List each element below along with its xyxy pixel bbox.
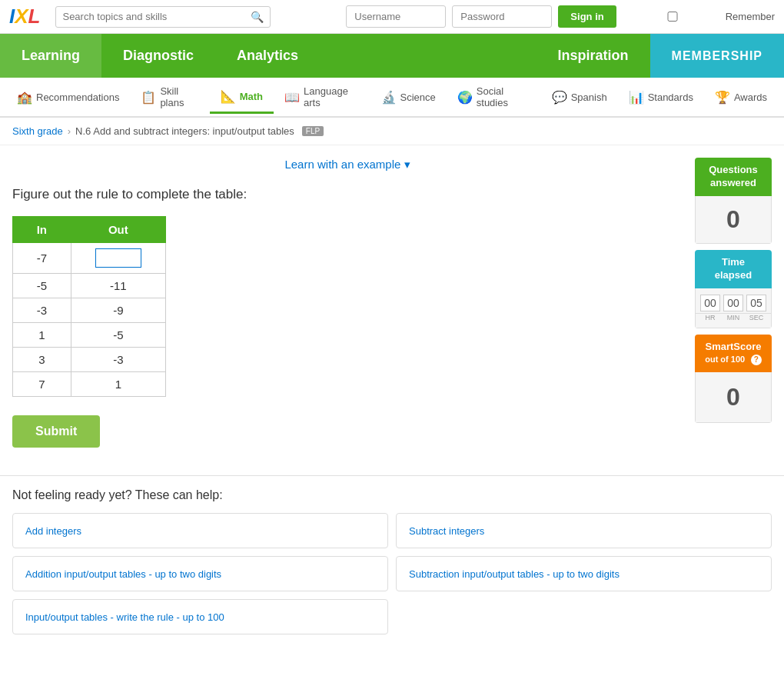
col-out-header: Out [71, 217, 165, 243]
time-elapsed-header: Timeelapsed [695, 250, 772, 288]
help-section: Not feeling ready yet? These can help: A… [0, 475, 784, 647]
table-cell-out: -11 [71, 274, 165, 298]
help-link-subtract-integers[interactable]: Subtract integers [409, 525, 484, 537]
subnav-science-label: Science [400, 92, 436, 103]
smart-score-card: SmartScore out of 100 ? 0 [695, 335, 772, 424]
smart-score-sub: out of 100 [705, 355, 745, 364]
main-content: Learn with an example ▾ Figure out the r… [12, 158, 683, 448]
chevron-down-icon: ▾ [404, 158, 410, 171]
table-cell-out: -5 [71, 323, 165, 348]
answer-input[interactable] [95, 248, 141, 268]
help-link-write-rule[interactable]: Input/output tables - write the rule - u… [25, 611, 224, 623]
table-cell-in: -5 [13, 274, 71, 298]
remember-checkbox[interactable] [623, 12, 723, 22]
timer-hr-value: 00 [700, 295, 720, 311]
skill-plans-icon: 📋 [141, 90, 156, 105]
subnav-recommendations-label: Recommendations [36, 92, 119, 103]
timer-hr: 00 [700, 295, 720, 311]
table-cell-out: 1 [71, 372, 165, 397]
help-link-subtraction-tables[interactable]: Subtraction input/output tables - up to … [409, 568, 620, 580]
subnav-spanish[interactable]: 💬 Spanish [541, 82, 618, 114]
learn-example[interactable]: Learn with an example ▾ [12, 158, 683, 171]
help-card-write-rule: Input/output tables - write the rule - u… [12, 599, 388, 634]
subnav-awards-label: Awards [734, 92, 767, 103]
subnav-science[interactable]: 🔬 Science [370, 82, 447, 114]
table-cell-in: 7 [13, 372, 71, 397]
io-table: In Out -7-5-11-3-91-53-371 [12, 216, 166, 397]
help-grid: Add integers Subtract integers Addition … [12, 513, 772, 634]
remember-label[interactable]: Remember [623, 11, 775, 22]
table-row: 3-3 [13, 348, 166, 372]
subnav-recommendations[interactable]: 🏫 Recommendations [6, 82, 130, 114]
learn-example-text: Learn with an example [284, 158, 400, 171]
smart-score-header: SmartScore out of 100 ? [695, 335, 772, 373]
timer-min-value: 00 [723, 295, 743, 311]
nav-inspiration[interactable]: Inspiration [537, 34, 650, 78]
nav-analytics[interactable]: Analytics [215, 34, 320, 78]
subnav-awards[interactable]: 🏆 Awards [704, 82, 778, 114]
help-link-addition-tables[interactable]: Addition input/output tables - up to two… [25, 568, 221, 580]
table-row: -3-9 [13, 298, 166, 323]
table-cell-in: -7 [13, 243, 71, 274]
subnav-language-arts-label: Language arts [304, 85, 359, 108]
social-studies-icon: 🌍 [457, 90, 473, 105]
subnav-math[interactable]: 📐 Math [210, 82, 274, 114]
help-title: Not feeling ready yet? These can help: [12, 488, 772, 502]
top-bar-right: Sign in Remember [346, 5, 775, 28]
breadcrumb-grade[interactable]: Sixth grade [12, 125, 63, 137]
nav-learning[interactable]: Learning [0, 34, 101, 78]
breadcrumb: Sixth grade › N.6 Add and subtract integ… [0, 118, 784, 145]
table-cell-in: 1 [13, 323, 71, 348]
subnav-standards-label: Standards [648, 92, 693, 103]
smart-score-value: 0 [695, 372, 772, 423]
timer-labels: HR MIN SEC [695, 314, 772, 328]
table-cell-in: 3 [13, 348, 71, 372]
logo-l: L [28, 5, 41, 28]
search-input[interactable] [62, 11, 246, 22]
help-card-subtract-integers: Subtract integers [396, 513, 772, 548]
logo[interactable]: IXL [9, 5, 40, 28]
subnav-language-arts[interactable]: 📖 Language arts [274, 78, 370, 118]
password-input[interactable] [452, 5, 552, 28]
table-cell-out[interactable] [71, 243, 165, 274]
sec-label: SEC [746, 314, 766, 321]
table-cell-in: -3 [13, 298, 71, 323]
table-row: 71 [13, 372, 166, 397]
timer-sec-value: 05 [746, 295, 766, 311]
search-icon: 🔍 [251, 11, 264, 23]
questions-answered-card: Questionsanswered 0 [695, 158, 772, 244]
subnav-skill-plans-label: Skill plans [160, 85, 198, 108]
help-card-add-integers: Add integers [12, 513, 388, 548]
question-text: Figure out the rule to complete the tabl… [12, 187, 683, 202]
help-card-subtraction-tables: Subtraction input/output tables - up to … [396, 556, 772, 591]
submit-button[interactable]: Submit [12, 415, 100, 448]
hr-label: HR [700, 314, 720, 321]
timer-sec: 05 [746, 295, 766, 311]
timer-min: 00 [723, 295, 743, 311]
subnav-standards[interactable]: 📊 Standards [618, 82, 704, 114]
min-label: MIN [723, 314, 743, 321]
username-input[interactable] [346, 5, 446, 28]
awards-icon: 🏆 [715, 90, 730, 105]
main-nav: Learning Diagnostic Analytics Inspiratio… [0, 34, 784, 78]
top-bar: IXL 🔍 Sign in Remember [0, 0, 784, 34]
table-cell-out: -9 [71, 298, 165, 323]
sign-in-button[interactable]: Sign in [558, 5, 616, 28]
table-row: -7 [13, 243, 166, 274]
subnav-skill-plans[interactable]: 📋 Skill plans [130, 78, 209, 118]
subnav-spanish-label: Spanish [571, 92, 607, 103]
subnav-social-studies[interactable]: 🌍 Social studies [447, 78, 541, 118]
smart-score-help-icon[interactable]: ? [751, 355, 762, 365]
breadcrumb-sep: › [68, 125, 71, 137]
breadcrumb-skill: N.6 Add and subtract integers: input/out… [75, 125, 294, 137]
subnav-math-label: Math [240, 91, 263, 102]
nav-diagnostic[interactable]: Diagnostic [101, 34, 215, 78]
search-bar[interactable]: 🔍 [55, 6, 271, 28]
learn-example-link[interactable]: Learn with an example ▾ [284, 158, 410, 171]
questions-answered-header: Questionsanswered [695, 158, 772, 196]
remember-text: Remember [726, 11, 775, 22]
help-link-add-integers[interactable]: Add integers [25, 525, 81, 537]
spanish-icon: 💬 [552, 90, 567, 105]
nav-membership[interactable]: MEMBERSHIP [650, 34, 784, 78]
sub-nav: 🏫 Recommendations 📋 Skill plans 📐 Math 📖… [0, 78, 784, 118]
